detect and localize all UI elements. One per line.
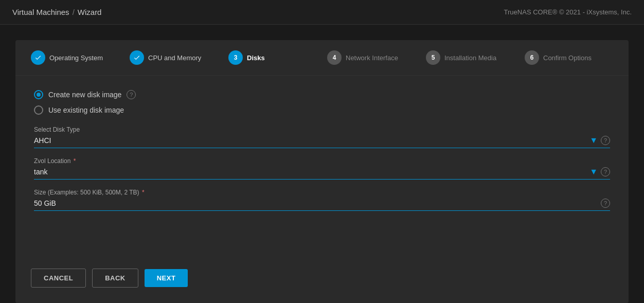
step-4-circle: 4	[327, 50, 342, 65]
disk-type-dropdown-icon[interactable]: ▼	[589, 136, 598, 145]
steps-header: Operating System CPU and Memory 3 Disks …	[15, 40, 629, 76]
create-new-help-icon[interactable]: ?	[127, 90, 136, 99]
zvol-location-input[interactable]	[34, 167, 589, 177]
create-new-disk-image-option[interactable]: Create new disk image ?	[34, 90, 610, 99]
step-operating-system[interactable]: Operating System	[31, 50, 119, 65]
step-2-circle	[130, 50, 144, 65]
create-new-label: Create new disk image	[48, 91, 121, 99]
size-help-icon[interactable]: ?	[601, 199, 610, 208]
step-3-circle: 3	[228, 50, 243, 65]
size-field: Size (Examples: 500 KiB, 500M, 2 TB) * ?	[34, 189, 610, 211]
step-6-circle: 6	[525, 50, 539, 65]
use-existing-disk-image-option[interactable]: Use existing disk image	[34, 105, 610, 115]
step-5-label: Installation Media	[444, 54, 496, 62]
disk-type-field: Select Disk Type ▼ ?	[34, 126, 610, 148]
disk-type-input[interactable]	[34, 135, 589, 146]
step-1-label: Operating System	[49, 54, 103, 62]
next-button[interactable]: NEXT	[145, 269, 188, 287]
zvol-location-label: Zvol Location *	[34, 157, 610, 165]
step-6-label: Confirm Options	[543, 54, 592, 62]
step-2-label: CPU and Memory	[148, 54, 201, 62]
zvol-location-dropdown-icon[interactable]: ▼	[589, 167, 598, 176]
step-3-label: Disks	[247, 54, 265, 62]
top-bar: Virtual Machines / Wizard TrueNAS CORE® …	[0, 0, 644, 25]
create-new-radio[interactable]	[34, 90, 43, 99]
disk-option-group: Create new disk image ? Use existing dis…	[34, 90, 610, 115]
zvol-location-help-icon[interactable]: ?	[601, 167, 610, 176]
step-installation-media[interactable]: 5 Installation Media	[426, 50, 514, 65]
disk-type-help-icon[interactable]: ?	[601, 136, 610, 145]
step-4-label: Network Interface	[346, 54, 398, 62]
breadcrumb: Virtual Machines / Wizard	[12, 8, 101, 16]
brand-text: TrueNAS CORE® © 2021 - iXsystems, Inc.	[504, 8, 632, 16]
step-1-circle	[31, 50, 45, 65]
size-label: Size (Examples: 500 KiB, 500M, 2 TB) *	[34, 189, 610, 196]
step-disks[interactable]: 3 Disks	[228, 50, 317, 65]
zvol-location-field: Zvol Location * ▼ ?	[34, 157, 610, 180]
zvol-location-row: ▼ ?	[34, 167, 610, 180]
size-input[interactable]	[34, 198, 601, 208]
disk-type-row: ▼ ?	[34, 135, 610, 148]
main-content: Operating System CPU and Memory 3 Disks …	[0, 25, 644, 303]
breadcrumb-current: Wizard	[78, 8, 102, 16]
size-row: ?	[34, 198, 610, 211]
step-5-circle: 5	[426, 50, 440, 65]
step-confirm-options[interactable]: 6 Confirm Options	[525, 50, 613, 65]
wizard-card: Operating System CPU and Memory 3 Disks …	[15, 40, 629, 303]
breadcrumb-separator: /	[73, 8, 75, 16]
breadcrumb-root[interactable]: Virtual Machines	[12, 8, 69, 16]
step-cpu-memory[interactable]: CPU and Memory	[130, 50, 218, 65]
step-network-interface[interactable]: 4 Network Interface	[327, 50, 416, 65]
disk-type-label: Select Disk Type	[34, 126, 610, 133]
form-area: Create new disk image ? Use existing dis…	[15, 76, 629, 269]
use-existing-radio[interactable]	[34, 105, 43, 115]
cancel-button[interactable]: CANCEL	[31, 269, 86, 288]
bottom-bar: CANCEL BACK NEXT	[15, 269, 629, 303]
use-existing-label: Use existing disk image	[48, 106, 124, 114]
back-button[interactable]: BACK	[92, 269, 138, 288]
